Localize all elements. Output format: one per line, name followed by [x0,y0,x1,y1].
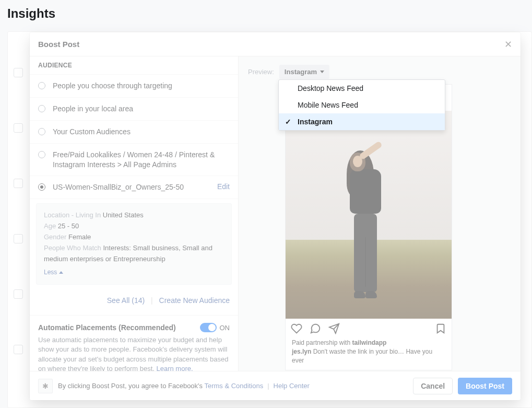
detail-location-label: Location - Living In [44,211,101,219]
audience-option-label: People you choose through targeting [53,81,230,91]
preview-placement-select[interactable]: Instagram [279,65,329,79]
preview-label: Preview: [248,68,274,76]
caption-line: jes.lyn Don't waste the link in your bio… [292,347,445,365]
modal-title: Boost Post [38,40,79,49]
comment-icon[interactable] [310,323,321,334]
see-all-audiences-link[interactable]: See All (14) [107,296,145,305]
detail-age-label: Age [44,222,56,230]
radio-icon [38,183,45,191]
terms-link[interactable]: Terms & Conditions [204,382,263,390]
bg-checkbox [14,68,23,77]
create-new-audience-link[interactable]: Create New Audience [159,296,230,305]
audience-option-label: US-Women-SmallBiz_or_Owners_25-50 [53,182,217,192]
post-image [286,111,452,319]
audience-option-local[interactable]: People in your local area [30,98,238,121]
audience-option-custom[interactable]: Your Custom Audiences [30,121,238,144]
help-center-link[interactable]: Help Center [274,382,310,390]
share-icon[interactable] [328,323,340,334]
bg-checkbox [14,289,23,299]
caret-up-icon [59,271,63,274]
less-toggle[interactable]: Less [44,267,63,277]
radio-icon [38,82,45,89]
edit-audience-link[interactable]: Edit [217,182,230,191]
placements-toggle[interactable] [200,323,217,332]
detail-age-value: 25 - 50 [58,222,79,230]
chevron-down-icon [320,71,324,73]
audience-option-label: People in your local area [53,104,230,114]
bg-checkbox [14,179,23,188]
radio-icon [38,128,45,135]
dropdown-item-instagram[interactable]: Instagram [279,113,445,130]
gear-icon[interactable]: ✱ [38,379,53,393]
detail-location-value: United States [103,211,144,219]
audience-option-label: Free/Paid Lookalikes / Women 24-48 / Pin… [53,150,230,170]
placements-description: Use automatic placements to maximize you… [38,335,230,371]
cancel-button[interactable]: Cancel [413,378,453,394]
agree-text: By clicking Boost Post, you agree to Fac… [58,382,310,390]
detail-gender-value: Female [68,233,91,241]
audience-option-selected[interactable]: US-Women-SmallBiz_or_Owners_25-50 Edit [30,176,238,199]
audience-option-targeting[interactable]: People you choose through targeting [30,75,238,98]
dropdown-item-desktop-feed[interactable]: Desktop News Feed [279,80,445,97]
radio-icon [38,105,45,112]
detail-match-label: People Who Match [44,244,101,252]
paid-partnership-line: Paid partnership with tailwindapp [292,339,445,347]
radio-icon [38,151,45,158]
placements-toggle-label: ON [220,324,230,332]
detail-gender-label: Gender [44,233,66,241]
preview-dropdown: Desktop News Feed Mobile News Feed Insta… [278,79,445,131]
bg-checkbox [14,345,23,354]
audience-option-lookalikes[interactable]: Free/Paid Lookalikes / Women 24-48 / Pin… [30,144,238,177]
audience-heading: AUDIENCE [30,56,238,75]
heart-icon[interactable] [291,323,302,334]
bg-checkbox [14,234,23,243]
dropdown-item-mobile-feed[interactable]: Mobile News Feed [279,97,445,113]
page-title: Insights [7,6,55,21]
boost-post-button[interactable]: Boost Post [458,378,512,394]
audience-option-label: Your Custom Audiences [53,127,230,137]
placements-title: Automatic Placements (Recommended) [38,323,176,332]
learn-more-link[interactable]: Learn more. [156,365,193,371]
audience-scroll[interactable]: People you choose through targeting Peop… [30,75,238,371]
boost-post-modal: Boost Post ✕ AUDIENCE People you choose … [30,32,521,400]
bg-checkbox [14,123,23,133]
audience-details: Location - Living In United States Age 2… [36,203,232,285]
close-icon[interactable]: ✕ [504,39,512,50]
bookmark-icon[interactable] [435,323,446,334]
